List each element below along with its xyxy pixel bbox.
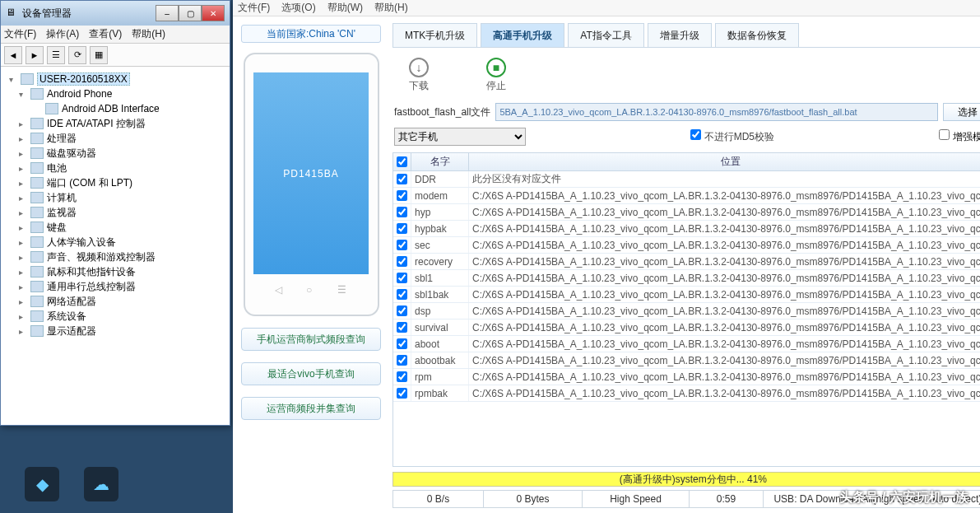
row-checkbox[interactable] [397,256,407,267]
table-row[interactable]: rpmC:/X6S A-PD1415BA_A_1.10.23_vivo_qcom… [393,369,980,385]
download-action[interactable]: ↓下载 [409,58,429,93]
tree-item[interactable]: ▸系统设备 [4,309,226,324]
enhance-checkbox[interactable] [939,129,950,140]
table-row[interactable]: DDR此分区没有对应文件 [393,171,980,188]
file-input[interactable] [495,103,937,121]
tree-item[interactable]: ▸键盘 [4,220,226,235]
row-checkbox[interactable] [397,371,407,382]
tab-at[interactable]: AT指令工具 [568,23,643,47]
row-checkbox[interactable] [397,174,407,184]
tree-item[interactable]: ▸IDE ATA/ATAPI 控制器 [4,116,226,131]
table-row[interactable]: dspC:/X6S A-PD1415BA_A_1.10.23_vivo_qcom… [393,303,980,319]
expand-icon[interactable]: ▸ [19,327,27,336]
fmenu-help1[interactable]: 帮助(W) [327,1,363,15]
minimize-button[interactable]: – [156,5,179,21]
fmenu-file[interactable]: 文件(F) [238,1,270,15]
vivo-lookup-button[interactable]: 最适合vivo手机查询 [241,362,381,385]
tree-item[interactable]: ▸声音、视频和游戏控制器 [4,250,226,264]
tree-item[interactable]: ▸监视器 [4,205,226,220]
table-row[interactable]: sbl1bakC:/X6S A-PD1415BA_A_1.10.23_vivo_… [393,287,980,303]
table-row[interactable]: modemC:/X6S A-PD1415BA_A_1.10.23_vivo_qc… [393,188,980,204]
header-checkbox[interactable] [397,156,407,167]
tab-backup[interactable]: 数据备份恢复 [715,23,799,47]
expand-icon[interactable]: ▸ [19,164,27,173]
tree-item[interactable]: ▸人体学输入设备 [4,235,226,250]
table-row[interactable]: sbl1C:/X6S A-PD1415BA_A_1.10.23_vivo_qco… [393,270,980,287]
col-loc[interactable]: 位置 [469,153,980,170]
band-union-button[interactable]: 运营商频段并集查询 [241,397,381,420]
tree-item[interactable]: ▸电池 [4,161,226,175]
menu-view[interactable]: 查看(V) [89,27,122,41]
row-checkbox[interactable] [397,338,407,349]
table-row[interactable]: rpmbakC:/X6S A-PD1415BA_A_1.10.23_vivo_q… [393,385,980,402]
table-row[interactable]: hypC:/X6S A-PD1415BA_A_1.10.23_vivo_qcom… [393,204,980,221]
carrier-band-button[interactable]: 手机运营商制式频段查询 [241,328,381,351]
expand-icon[interactable]: ▾ [9,75,17,84]
tree-item[interactable]: ▸磁盘驱动器 [4,146,226,161]
row-checkbox[interactable] [397,223,407,234]
expand-icon[interactable]: ▸ [19,312,27,321]
row-checkbox[interactable] [397,355,407,366]
menu-help[interactable]: 帮助(H) [132,27,165,41]
table-row[interactable]: hypbakC:/X6S A-PD1415BA_A_1.10.23_vivo_q… [393,221,980,237]
menu-action[interactable]: 操作(A) [46,27,79,41]
tree-item[interactable]: ▸显示适配器 [4,324,226,338]
expand-icon[interactable]: ▾ [19,90,27,99]
fmenu-option[interactable]: 选项(O) [281,1,315,15]
tab-mtk[interactable]: MTK手机升级 [392,23,477,47]
browse-button[interactable]: 选择 [943,103,980,121]
menu-file[interactable]: 文件(F) [4,27,36,41]
row-checkbox[interactable] [397,322,407,333]
tab-delta[interactable]: 增量升级 [648,23,712,47]
close-button[interactable]: ✕ [202,5,225,21]
devmgr-titlebar[interactable]: 🖥 设备管理器 – ▢ ✕ [1,1,230,26]
expand-icon[interactable]: ▸ [19,297,27,306]
table-row[interactable]: recoveryC:/X6S A-PD1415BA_A_1.10.23_vivo… [393,254,980,270]
maximize-button[interactable]: ▢ [179,5,202,21]
tree-item[interactable]: ▸端口 (COM 和 LPT) [4,175,226,190]
row-checkbox[interactable] [397,190,407,201]
row-checkbox[interactable] [397,305,407,316]
phone-combo[interactable]: 其它手机 [394,128,526,146]
md5-checkbox[interactable] [690,129,701,140]
view-button[interactable]: ☰ [47,46,65,64]
expand-icon[interactable]: ▸ [19,208,27,217]
expand-icon[interactable]: ▸ [19,119,27,128]
table-row[interactable]: secC:/X6S A-PD1415BA_A_1.10.23_vivo_qcom… [393,237,980,254]
country-box[interactable]: 当前国家:China 'CN' [241,25,381,43]
row-checkbox[interactable] [397,388,407,399]
table-row[interactable]: abootbakC:/X6S A-PD1415BA_A_1.10.23_vivo… [393,352,980,369]
expand-icon[interactable]: ▸ [19,134,27,143]
tree-item[interactable]: ▸网络适配器 [4,294,226,309]
row-checkbox[interactable] [397,207,407,217]
stop-action[interactable]: ■停止 [486,58,506,93]
col-check[interactable] [393,153,411,170]
row-checkbox[interactable] [397,273,407,283]
expand-icon[interactable]: ▸ [19,238,27,247]
props-button[interactable]: ▦ [90,46,108,64]
tree-item[interactable]: ▸处理器 [4,131,226,146]
row-checkbox[interactable] [397,240,407,250]
expand-icon[interactable]: ▸ [19,253,27,262]
row-checkbox[interactable] [397,289,407,300]
device-tree[interactable]: ▾ USER-20160518XX ▾Android PhoneAndroid … [1,67,230,421]
expand-icon[interactable]: ▸ [19,223,27,232]
expand-icon[interactable]: ▸ [19,282,27,291]
tree-item[interactable]: Android ADB Interface [4,101,226,116]
refresh-button[interactable]: ⟳ [68,46,86,64]
table-row[interactable]: survivalC:/X6S A-PD1415BA_A_1.10.23_vivo… [393,319,980,336]
expand-icon[interactable]: ▸ [19,268,27,277]
desktop-icon-2[interactable]: ☁ [84,467,118,501]
back-button[interactable]: ◄ [4,46,22,64]
desktop-icon-1[interactable]: ◆ [25,467,59,501]
fwd-button[interactable]: ► [26,46,44,64]
tree-item[interactable]: ▸鼠标和其他指针设备 [4,264,226,279]
tree-root[interactable]: ▾ USER-20160518XX [4,72,226,86]
fmenu-help2[interactable]: 帮助(H) [374,1,408,15]
expand-icon[interactable]: ▸ [19,179,27,188]
tree-item[interactable]: ▸通用串行总线控制器 [4,279,226,294]
tab-qualcomm[interactable]: 高通手机升级 [481,23,564,47]
tree-item[interactable]: ▸计算机 [4,190,226,205]
col-name[interactable]: 名字 [411,153,469,170]
expand-icon[interactable]: ▸ [19,149,27,158]
